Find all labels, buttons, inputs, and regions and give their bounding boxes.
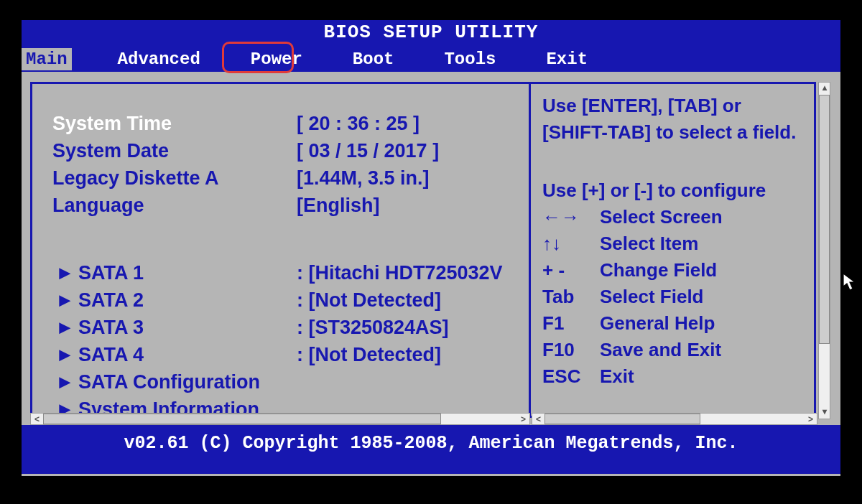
scroll-track[interactable]	[544, 414, 805, 424]
submenu-sata3[interactable]: ► SATA 3 : [ST3250824AS]	[52, 314, 522, 341]
key-f1: F1	[542, 310, 600, 337]
menu-power[interactable]: Power	[246, 48, 307, 70]
scroll-up-icon[interactable]: ▴	[822, 83, 827, 95]
submenu-group: ► SATA 1 : [Hitachi HDT725032V ► SATA 2 …	[52, 259, 522, 416]
row-language[interactable]: Language [English]	[52, 192, 522, 219]
scroll-right-icon[interactable]: >	[805, 414, 817, 424]
key-arrows-lr: ←→	[542, 204, 600, 230]
menu-main[interactable]: Main	[22, 48, 72, 70]
triangle-icon: ►	[52, 314, 78, 341]
menu-tools[interactable]: Tools	[440, 48, 500, 70]
label-system-date: System Date	[52, 137, 297, 164]
desc-select-field: Select Field	[600, 284, 704, 310]
footer-text: v02.61 (C) Copyright 1985-2008, American…	[124, 433, 738, 454]
key-f10: F10	[542, 337, 600, 363]
scroll-track[interactable]	[819, 95, 830, 406]
value-sata2: : [Not Detected]	[297, 286, 441, 314]
vscrollbar[interactable]: ▴ ▾	[818, 82, 830, 419]
title-text: BIOS SETUP UTILITY	[324, 22, 539, 43]
value-sata3: : [ST3250824AS]	[297, 314, 449, 341]
row-system-time[interactable]: System Time [ 20 : 36 : 25 ]	[52, 110, 522, 137]
menu-exit[interactable]: Exit	[542, 48, 592, 70]
value-sata4: : [Not Detected]	[297, 341, 441, 368]
desc-select-item: Select Item	[600, 230, 698, 257]
value-sata1: : [Hitachi HDT725032V	[297, 259, 503, 286]
mouse-cursor-icon	[843, 273, 857, 291]
menu-advanced[interactable]: Advanced	[113, 48, 205, 70]
content-area: System Time [ 20 : 36 : 25 ] System Date…	[22, 72, 840, 425]
scroll-right-icon[interactable]: >	[517, 414, 529, 424]
nav-exit: ESC Exit	[542, 363, 807, 390]
nav-save-exit: F10 Save and Exit	[542, 337, 807, 363]
label-sata-config: SATA Configuration	[78, 368, 297, 396]
label-sata4: SATA 4	[78, 341, 297, 368]
value-system-time[interactable]: [ 20 : 36 : 25 ]	[297, 110, 420, 137]
key-tab: Tab	[542, 284, 600, 310]
row-system-date[interactable]: System Date [ 03 / 15 / 2017 ]	[52, 137, 522, 164]
submenu-sata1[interactable]: ► SATA 1 : [Hitachi HDT725032V	[52, 259, 522, 286]
title-bar: BIOS SETUP UTILITY	[22, 20, 840, 46]
bios-window: BIOS SETUP UTILITY Main Advanced Power B…	[22, 20, 840, 476]
scroll-down-icon[interactable]: ▾	[822, 406, 827, 419]
scroll-track[interactable]	[43, 414, 517, 424]
label-sata2: SATA 2	[78, 286, 297, 314]
scroll-left-icon[interactable]: <	[532, 414, 544, 424]
label-legacy-diskette: Legacy Diskette A	[52, 164, 297, 192]
nav-select-field: Tab Select Field	[542, 284, 807, 310]
value-language[interactable]: [English]	[297, 192, 380, 219]
footer-bar: v02.61 (C) Copyright 1985-2008, American…	[22, 425, 840, 474]
triangle-icon: ►	[52, 341, 78, 368]
panel-main-settings: System Time [ 20 : 36 : 25 ] System Date…	[32, 84, 531, 416]
submenu-sata4[interactable]: ► SATA 4 : [Not Detected]	[52, 341, 522, 368]
key-arrows-ud: ↑↓	[542, 230, 600, 257]
hscrollbar-left[interactable]: < >	[30, 413, 530, 425]
row-legacy-diskette[interactable]: Legacy Diskette A [1.44M, 3.5 in.]	[52, 164, 522, 192]
submenu-sata2[interactable]: ► SATA 2 : [Not Detected]	[52, 286, 522, 314]
label-system-time: System Time	[52, 110, 297, 137]
nav-select-screen: ←→ Select Screen	[542, 204, 807, 230]
nav-general-help: F1 General Help	[542, 310, 807, 337]
label-language: Language	[52, 192, 297, 219]
triangle-icon: ►	[52, 286, 78, 314]
value-system-date[interactable]: [ 03 / 15 / 2017 ]	[297, 137, 439, 164]
desc-select-screen: Select Screen	[600, 204, 723, 230]
help-text-1: Use [ENTER], [TAB] or [SHIFT-TAB] to sel…	[542, 93, 807, 146]
triangle-icon: ►	[52, 368, 78, 396]
nav-select-item: ↑↓ Select Item	[542, 230, 807, 257]
key-esc: ESC	[542, 363, 600, 390]
label-sata1: SATA 1	[78, 259, 297, 286]
triangle-icon: ►	[52, 259, 78, 286]
hscrollbar-right[interactable]: < >	[532, 413, 817, 425]
scroll-left-icon[interactable]: <	[31, 414, 43, 424]
desc-change-field: Change Field	[600, 257, 717, 284]
desc-exit: Exit	[600, 363, 634, 390]
panels: System Time [ 20 : 36 : 25 ] System Date…	[30, 82, 816, 418]
desc-general-help: General Help	[600, 310, 715, 337]
nav-change-field: + - Change Field	[542, 257, 807, 284]
submenu-sata-config[interactable]: ► SATA Configuration	[52, 368, 522, 396]
key-plusminus: + -	[542, 257, 600, 284]
help-text-2: Use [+] or [-] to configure	[542, 177, 807, 204]
menu-boot[interactable]: Boot	[348, 48, 399, 70]
value-legacy-diskette[interactable]: [1.44M, 3.5 in.]	[297, 164, 430, 192]
menu-bar: Main Advanced Power Boot Tools Exit	[22, 46, 840, 72]
label-sata3: SATA 3	[78, 314, 297, 341]
panel-help: Use [ENTER], [TAB] or [SHIFT-TAB] to sel…	[531, 84, 814, 416]
desc-save-exit: Save and Exit	[600, 337, 721, 363]
